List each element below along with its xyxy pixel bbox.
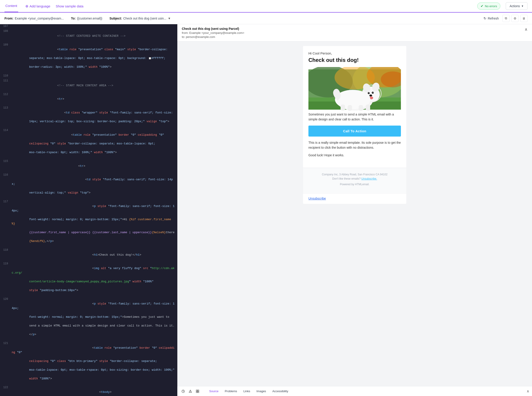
email-card: Hi Cool Person, Check out this dog!	[303, 46, 406, 204]
email-preview-scroll[interactable]: Hi Cool Person, Check out this dog!	[177, 41, 532, 386]
tab-links[interactable]: Links	[240, 388, 253, 394]
collapse-button[interactable]: ∧	[525, 27, 527, 32]
subject-dropdown-icon[interactable]: ▼	[168, 17, 171, 20]
to-field: To: {{customer.email}}	[71, 17, 109, 20]
svg-point-15	[369, 93, 369, 93]
actions-button[interactable]: Actions ▼	[506, 2, 527, 10]
footer-powered: Powered by HTMLemail.	[308, 183, 401, 186]
code-line-120: 120 <p style="font-family: sans-serif; f…	[0, 297, 177, 341]
svg-point-16	[373, 92, 373, 93]
code-line-113: 113 <td class="wrapper" style="font-fami…	[0, 106, 177, 128]
code-line-109: 109 <table role="presentation" class="ma…	[0, 43, 177, 74]
code-editor[interactable]: 107 108 <!-- START CENTERED WHITE CONTAI…	[0, 24, 177, 396]
email-info-left: Check out this dog (sent using Parcel) f…	[182, 27, 244, 39]
bottom-tabs: Source Problems Links Images Accessibili…	[206, 388, 291, 394]
svg-rect-28	[196, 391, 197, 393]
code-line-118: 118 <h1>Check out this dog!</h1>	[0, 248, 177, 262]
no-errors-badge: ✔ No errors	[477, 2, 500, 10]
unsubscribe-link[interactable]: Unsubscribe	[308, 197, 401, 200]
tab-content[interactable]: Content	[5, 0, 18, 12]
app-container: Content ⊕ Add language Show sample data …	[0, 0, 532, 396]
cta-button[interactable]: Call To Action	[308, 126, 401, 137]
code-line-117: 117 <p style="font-family: sans-serif; f…	[0, 200, 177, 248]
code-line-112: 112 <tr>	[0, 92, 177, 106]
code-line-108: 108 <!-- START CENTERED WHITE CONTAINER …	[0, 29, 177, 43]
tab-accessibility[interactable]: Accessibility	[269, 388, 291, 394]
svg-rect-29	[198, 391, 199, 393]
main-content: 107 108 <!-- START CENTERED WHITE CONTAI…	[0, 24, 532, 396]
svg-rect-26	[196, 390, 197, 391]
preview-pane: Check out this dog (sent using Parcel) f…	[177, 24, 532, 396]
bottom-bar: Source Problems Links Images Accessibili…	[177, 386, 532, 396]
svg-rect-21	[348, 105, 352, 111]
copy-icon-button[interactable]: ⧉	[502, 15, 509, 22]
svg-rect-22	[359, 105, 363, 111]
top-nav: Content ⊕ Add language Show sample data …	[0, 0, 532, 12]
subject-field: Subject: Check out this dog (sent usin..…	[109, 17, 171, 20]
grid-icon-button[interactable]	[194, 388, 201, 394]
svg-point-25	[190, 392, 191, 392]
code-line-107: 107	[0, 24, 177, 29]
sliders-icon: ⚙	[514, 17, 516, 20]
from-field: From: Example <your_company@exam...	[5, 17, 71, 20]
device-icon: 🖥	[522, 17, 526, 20]
device-icon-button[interactable]: 🖥	[520, 15, 527, 22]
email-to: to: person@example.com	[182, 35, 244, 39]
email-subject: Check out this dog (sent using Parcel)	[182, 27, 244, 30]
refresh-icon: ↻	[484, 16, 486, 20]
location-icon-button[interactable]	[180, 388, 186, 394]
check-circle-icon: ✔	[481, 4, 484, 8]
tab-problems[interactable]: Problems	[221, 388, 240, 394]
warning-icon-button[interactable]	[187, 388, 193, 394]
dog-image	[308, 67, 401, 112]
code-line-114: 114 <table role="presentation" border="0…	[0, 128, 177, 159]
email-headline: Check out this dog!	[308, 57, 401, 64]
show-sample-data-button[interactable]: Show sample data	[56, 4, 83, 8]
bottom-bar-icons	[180, 388, 201, 394]
chevron-down-icon: ▼	[521, 5, 524, 7]
email-from: from: Example <your_company@example.com>	[182, 31, 244, 35]
code-line-115: 115 <tr>	[0, 159, 177, 173]
footer-unsub-inline: Don't like these emails? Unsubscribe.	[332, 177, 377, 180]
tab-images[interactable]: Images	[253, 388, 269, 394]
meta-action-icons: ⧉ ⚙ 🖥	[502, 15, 527, 22]
code-line-121: 121 <table role="presentation" border="0…	[0, 341, 177, 385]
footer-unsubscribe-inline[interactable]: Unsubscribe.	[361, 177, 377, 180]
email-info-bar: Check out this dog (sent using Parcel) f…	[177, 24, 532, 41]
add-language-button[interactable]: ⊕ Add language	[25, 4, 50, 8]
copy-icon: ⧉	[505, 16, 507, 20]
svg-rect-27	[198, 390, 199, 391]
code-line-111: 111 <!-- START MAIN CONTENT AREA -->	[0, 79, 177, 92]
email-body-text3: Good luck! Hope it works.	[308, 153, 401, 158]
bottom-chevron-icon[interactable]: ∧	[527, 389, 529, 393]
footer-address: Company Inc, 3 Abbey Road, San Francisco…	[308, 172, 401, 181]
svg-rect-20	[341, 105, 345, 111]
meta-bar: From: Example <your_company@exam... To: …	[0, 12, 532, 24]
code-line-116: 116 <td style="font-family: sans-serif; …	[0, 173, 177, 200]
email-greeting: Hi Cool Person,	[308, 51, 401, 55]
svg-rect-23	[366, 105, 370, 111]
tab-source[interactable]: Source	[206, 388, 221, 394]
email-body-text2: This is a really simple email template. …	[308, 140, 401, 150]
settings-icon-button[interactable]: ⚙	[511, 15, 519, 22]
email-footer: Company Inc, 3 Abbey Road, San Francisco…	[303, 168, 406, 194]
code-line-122: 122 <tbody>	[0, 385, 177, 396]
refresh-button[interactable]: ↻ Refresh	[484, 16, 499, 20]
svg-point-19	[335, 90, 370, 109]
code-line-110: 110	[0, 74, 177, 79]
svg-point-17	[369, 94, 372, 96]
email-body-text: Sometimes you just want to send a simple…	[308, 112, 401, 122]
email-body: Hi Cool Person, Check out this dog!	[303, 46, 406, 168]
code-line-119: 119 <img alt="a very fluffy dog" src="ht…	[0, 262, 177, 297]
plus-circle-icon: ⊕	[25, 4, 28, 8]
